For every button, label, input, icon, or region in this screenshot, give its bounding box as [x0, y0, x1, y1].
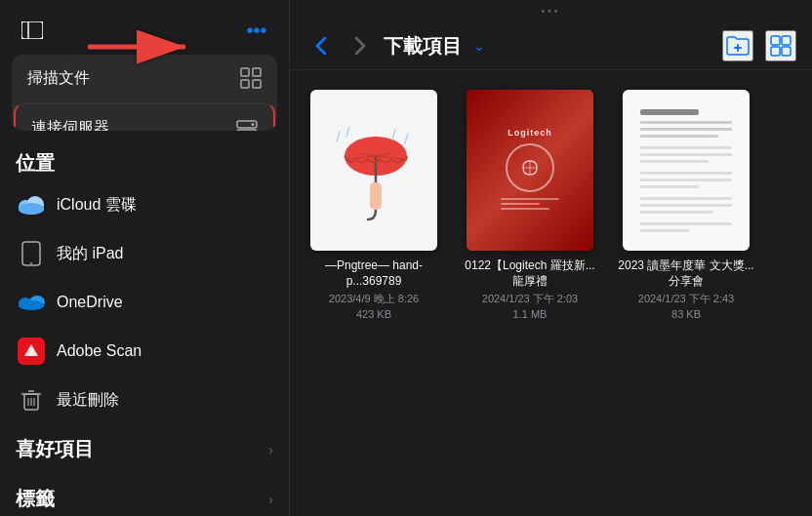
recently-deleted-label: 最近刪除 — [57, 390, 119, 411]
svg-rect-53 — [640, 135, 718, 138]
sidebar-item-icloud[interactable]: iCloud 雲碟 — [8, 180, 281, 229]
adobe-scan-icon — [18, 337, 45, 365]
svg-rect-60 — [640, 197, 732, 200]
connect-server-item[interactable]: 連接伺服器 — [14, 103, 275, 131]
scan-document-label: 掃描文件 — [27, 68, 90, 89]
svg-rect-7 — [253, 80, 261, 88]
svg-rect-4 — [241, 68, 249, 76]
panel-header-right — [722, 30, 796, 61]
onedrive-icon — [18, 289, 45, 316]
file-thumbnail-2 — [623, 90, 750, 251]
nav-back-button[interactable] — [305, 30, 337, 61]
sidebar-header: ••• — [0, 0, 289, 55]
sidebar-item-adobe-scan[interactable]: Adobe Scan — [8, 327, 281, 376]
file-name-2: 2023 讀墨年度華 文大獎...分享會 — [618, 258, 754, 289]
sidebar-item-recently-deleted[interactable]: 最近刪除 — [8, 376, 281, 424]
sidebar-item-ipad[interactable]: 我的 iPad — [8, 229, 281, 278]
svg-point-15 — [19, 203, 44, 215]
favorites-label: 喜好項目 — [16, 436, 94, 462]
nav-forward-button[interactable] — [345, 30, 376, 61]
svg-rect-9 — [237, 130, 257, 131]
file-name-0: —Pngtree— hand-p...369789 — [305, 258, 442, 289]
favorites-section[interactable]: 喜好項目 › — [0, 424, 289, 466]
file-item-0[interactable]: —Pngtree— hand-p...369789 2023/4/9 晚上 8:… — [305, 90, 442, 322]
svg-rect-42 — [370, 182, 382, 210]
svg-marker-22 — [24, 344, 38, 356]
svg-rect-5 — [253, 68, 261, 76]
locations-section-label: 位置 — [0, 139, 289, 180]
svg-rect-59 — [640, 185, 699, 188]
svg-rect-0 — [21, 21, 43, 39]
svg-rect-32 — [782, 36, 791, 45]
new-folder-button[interactable] — [722, 30, 753, 61]
panel-header-left: 下載項目 ⌄ — [305, 30, 485, 61]
svg-rect-31 — [771, 36, 780, 45]
svg-point-17 — [30, 262, 32, 264]
svg-rect-6 — [241, 80, 249, 88]
onedrive-label: OneDrive — [57, 294, 123, 311]
view-toggle-button[interactable] — [765, 30, 796, 61]
connect-server-label: 連接伺服器 — [31, 118, 109, 132]
svg-rect-16 — [22, 242, 40, 265]
server-icon — [236, 117, 258, 131]
poster-preview: Logitech — [467, 90, 593, 251]
tags-section[interactable]: 標籤 › — [0, 474, 289, 516]
locations-list: iCloud 雲碟 我的 iPad OneDrive — [0, 180, 289, 424]
file-preview-document — [630, 98, 742, 249]
svg-rect-58 — [640, 179, 732, 181]
sidebar-item-onedrive[interactable]: OneDrive — [8, 278, 281, 327]
svg-rect-52 — [640, 128, 732, 131]
title-dropdown-chevron[interactable]: ⌄ — [473, 38, 485, 54]
trash-icon — [18, 386, 45, 414]
file-thumbnail-0 — [310, 90, 437, 251]
svg-rect-33 — [771, 47, 780, 56]
arrow-annotation — [78, 27, 205, 66]
ipad-icon — [18, 240, 45, 267]
sidebar: ••• 掃描文件 連接伺服器 編輯側邊欄 位置 — [0, 0, 289, 516]
favorites-chevron: › — [268, 442, 273, 457]
adobe-scan-label: Adobe Scan — [57, 342, 142, 360]
ipad-label: 我的 iPad — [57, 244, 123, 264]
file-meta-1: 2024/1/23 下午 2:03 1.1 MB — [482, 292, 578, 322]
file-name-1: 0122【Logitech 羅技新...龍厚禮 — [462, 258, 598, 289]
tags-chevron: › — [268, 492, 273, 507]
svg-rect-57 — [640, 172, 732, 175]
svg-rect-55 — [640, 153, 732, 156]
svg-rect-50 — [640, 109, 699, 115]
svg-rect-61 — [640, 204, 732, 207]
icloud-icon — [18, 191, 45, 218]
panel-title: 下載項目 — [384, 33, 462, 60]
top-dots: ••• — [290, 0, 812, 17]
more-options-button[interactable]: ••• — [240, 14, 273, 47]
file-preview-image — [325, 102, 423, 239]
svg-rect-54 — [640, 146, 732, 149]
svg-point-21 — [19, 300, 44, 310]
svg-rect-56 — [640, 160, 709, 163]
svg-rect-62 — [640, 211, 713, 214]
svg-rect-64 — [640, 229, 689, 232]
files-grid: —Pngtree— hand-p...369789 2023/4/9 晚上 8:… — [290, 70, 812, 341]
svg-rect-34 — [782, 47, 791, 56]
file-item-2[interactable]: 2023 讀墨年度華 文大獎...分享會 2024/1/23 下午 2:43 8… — [618, 90, 754, 322]
main-panel: ••• 下載項目 ⌄ — [289, 0, 812, 516]
scan-icon — [240, 67, 262, 89]
svg-point-10 — [252, 123, 255, 126]
file-meta-2: 2024/1/23 下午 2:43 83 KB — [638, 292, 734, 322]
icloud-label: iCloud 雲碟 — [57, 195, 137, 216]
sidebar-toggle-button[interactable] — [16, 14, 49, 47]
tags-label: 標籤 — [16, 486, 55, 512]
file-meta-0: 2023/4/9 晚上 8:26 423 KB — [329, 292, 419, 322]
svg-rect-63 — [640, 222, 732, 225]
file-thumbnail-1: Logitech — [467, 90, 593, 251]
panel-header: 下載項目 ⌄ — [290, 17, 812, 70]
file-item-1[interactable]: Logitech 0122【Logitech 羅 — [462, 90, 598, 322]
svg-rect-51 — [640, 121, 732, 124]
